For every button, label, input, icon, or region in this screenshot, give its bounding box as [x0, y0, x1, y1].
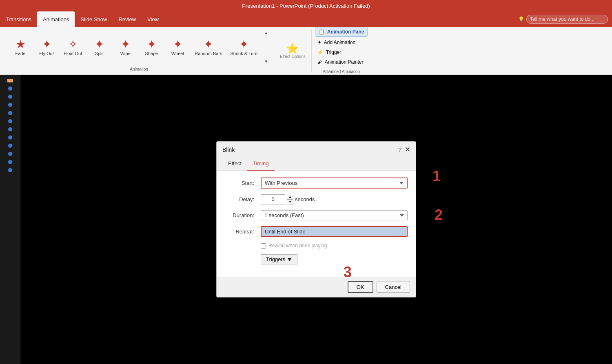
effect-options-group: ⭐ Effect Options [274, 29, 312, 72]
slide-dot-3[interactable] [8, 103, 12, 107]
trigger-button[interactable]: ⚡ Trigger [315, 48, 368, 56]
dialog-wrapper: 1 2 Blink ? ✕ Effect Timing [216, 141, 416, 297]
shape-label: Shape [145, 51, 158, 56]
advanced-group-title: Advanced Animation [315, 68, 368, 75]
delay-decrement-btn[interactable]: ▼ [287, 200, 293, 204]
animation-pane-button[interactable]: 📋 Animation Pane [315, 27, 368, 37]
animation-scrollbar: ▲ ▼ [264, 31, 268, 64]
dialog-titlebar: Blink ? ✕ [217, 142, 416, 157]
tab-slideshow[interactable]: Slide Show [75, 11, 113, 27]
delay-increment-btn[interactable]: ▲ [287, 195, 293, 200]
wheel-icon: ✦ [173, 39, 182, 50]
tab-transitions[interactable]: Transitions [0, 11, 37, 27]
dialog-tab-timing[interactable]: Timing [247, 157, 275, 171]
effect-options-icon: ⭐ [286, 43, 299, 54]
dialog-help-button[interactable]: ? [398, 146, 401, 153]
scroll-up-btn[interactable]: ▲ [264, 31, 268, 35]
delay-input[interactable]: 0 [261, 194, 285, 204]
add-animation-button[interactable]: ✦ Add Animation [315, 38, 368, 47]
tab-view[interactable]: View [142, 11, 164, 27]
slide-dot-10[interactable] [8, 160, 12, 164]
advanced-animation-group: 📋 Animation Pane ✦ Add Animation ⚡ Trigg… [312, 29, 371, 72]
cancel-button[interactable]: Cancel [377, 282, 410, 293]
anim-split[interactable]: ✦ Split [87, 37, 111, 58]
slide-dot-6[interactable] [8, 127, 12, 131]
slide-panel [0, 75, 20, 364]
start-select[interactable]: On Click With Previous After Previous [261, 178, 408, 189]
animation-list: ★ Fade ✦ Fly Out ✧ Float Out ✦ Split ✦ [8, 29, 270, 65]
slide-dot-11[interactable] [8, 168, 12, 172]
rewind-checkbox[interactable] [261, 243, 266, 249]
step-2-indicator: 2 [435, 206, 443, 224]
repeat-label: Repeat: [225, 229, 257, 235]
anim-flyout[interactable]: ✦ Fly Out [34, 37, 59, 58]
fade-icon: ★ [16, 39, 26, 50]
dialog-tabs: Effect Timing [217, 157, 416, 171]
start-control: On Click With Previous After Previous [261, 178, 408, 189]
ribbon-tab-bar: Transitions Animations Slide Show Review… [0, 11, 612, 27]
dialog-overlay: 1 2 Blink ? ✕ Effect Timing [20, 75, 612, 364]
ribbon-content: ★ Fade ✦ Fly Out ✧ Float Out ✦ Split ✦ [0, 27, 612, 75]
slide-dot-4[interactable] [8, 111, 12, 115]
blink-dialog: Blink ? ✕ Effect Timing [216, 141, 416, 297]
delay-spinner: 0 ▲ ▼ seconds [261, 194, 408, 204]
step-1-indicator: 1 [432, 168, 441, 185]
duration-label: Duration: [225, 212, 257, 218]
flyout-icon: ✦ [42, 39, 51, 50]
repeat-row: Repeat: (none) 2 3 Until Next Click Unti… [225, 226, 408, 237]
start-row: Start: On Click With Previous After Prev… [225, 178, 408, 189]
anim-floatout[interactable]: ✧ Float Out [60, 37, 85, 58]
ribbon-search-area: 💡 [518, 11, 612, 27]
main-area: 1 2 Blink ? ✕ Effect Timing [0, 75, 612, 364]
start-label: Start: [225, 180, 257, 186]
split-icon: ✦ [95, 39, 104, 50]
animation-pane-icon: 📋 [319, 29, 325, 35]
lightbulb-icon: 💡 [518, 16, 524, 22]
anim-wheel[interactable]: ✦ Wheel [165, 37, 190, 58]
effect-options-button[interactable]: ⭐ Effect Options [277, 41, 308, 60]
slide-dot-1[interactable] [8, 87, 12, 91]
animation-painter-button[interactable]: 🖌 Animation Painter [315, 58, 368, 66]
add-animation-label: Add Animation [324, 40, 355, 45]
triggers-button[interactable]: Triggers ▼ [261, 254, 297, 264]
anim-wipe[interactable]: ✦ Wipe [113, 37, 137, 58]
slide-dot-8[interactable] [8, 144, 12, 148]
slide-dot-2[interactable] [8, 95, 12, 99]
anim-shape[interactable]: ✦ Shape [139, 37, 164, 58]
dialog-close-button[interactable]: ✕ [405, 146, 410, 153]
wheel-label: Wheel [171, 51, 184, 56]
trigger-icon: ⚡ [317, 49, 324, 55]
wipe-icon: ✦ [121, 39, 130, 50]
randombars-label: Random Bars [195, 51, 222, 56]
scroll-down-btn[interactable]: ▼ [264, 60, 268, 64]
slide-dot-9[interactable] [8, 152, 12, 156]
split-label: Split [95, 51, 104, 56]
search-input[interactable] [526, 15, 608, 24]
dialog-tab-effect[interactable]: Effect [222, 157, 247, 171]
slide-thumb-1[interactable] [7, 79, 13, 82]
delay-spinner-buttons: ▲ ▼ [287, 195, 293, 204]
anim-shrinkturn[interactable]: ✦ Shrink & Turn [227, 37, 261, 58]
dialog-controls: ? ✕ [398, 146, 410, 153]
triggers-label: Triggers [266, 256, 285, 262]
shrinkturn-icon: ✦ [239, 39, 248, 50]
animation-painter-label: Animation Painter [325, 59, 364, 65]
fade-label: Fade [15, 51, 25, 56]
rewind-label: Rewind when done playing [268, 243, 327, 249]
ok-button[interactable]: OK [348, 281, 373, 293]
anim-randombars[interactable]: ✦ Random Bars [191, 37, 225, 58]
slide-dot-7[interactable] [8, 135, 12, 140]
repeat-select[interactable]: (none) 2 3 Until Next Click Until End of… [261, 226, 408, 237]
title-bar: Presentation1 - PowerPoint (Product Acti… [0, 0, 612, 11]
anim-fade[interactable]: ★ Fade [8, 37, 33, 58]
dialog-title: Blink [222, 146, 235, 153]
randombars-icon: ✦ [204, 39, 213, 50]
delay-label: Delay: [225, 196, 257, 202]
delay-unit-label: seconds [295, 196, 315, 202]
dialog-body: Start: On Click With Previous After Prev… [217, 171, 416, 277]
duration-control: 0.5 seconds (Very Fast) 1 seconds (Fast)… [261, 210, 408, 220]
duration-select[interactable]: 0.5 seconds (Very Fast) 1 seconds (Fast)… [261, 210, 408, 220]
tab-animations[interactable]: Animations [37, 11, 75, 27]
slide-dot-5[interactable] [8, 119, 12, 123]
tab-review[interactable]: Review [113, 11, 142, 27]
